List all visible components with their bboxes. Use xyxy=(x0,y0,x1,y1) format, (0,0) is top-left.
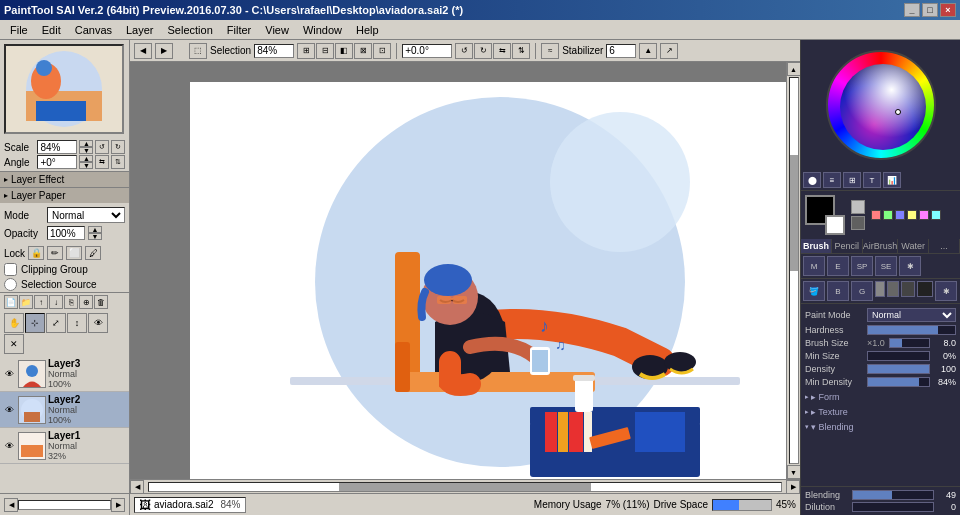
menu-window[interactable]: Window xyxy=(297,22,348,38)
nav-right-btn[interactable]: ▶ xyxy=(155,43,173,59)
layer-folder-btn[interactable]: 📁 xyxy=(19,295,33,309)
rt-circle-btn[interactable]: ⬤ xyxy=(803,172,821,188)
menu-canvas[interactable]: Canvas xyxy=(69,22,118,38)
angle-input[interactable] xyxy=(37,155,77,169)
color-wheel[interactable] xyxy=(826,50,936,160)
min-size-slider[interactable] xyxy=(867,351,930,361)
menu-help[interactable]: Help xyxy=(350,22,385,38)
brush-tab-airbrush[interactable]: AirBrush xyxy=(863,239,899,253)
ct-stab-up[interactable]: ▲ xyxy=(639,43,657,59)
lock-btn3[interactable]: ⬜ xyxy=(66,246,82,260)
flip-v-btn[interactable]: ⇅ xyxy=(111,155,125,169)
layer-delete-btn[interactable]: 🗑 xyxy=(94,295,108,309)
vscroll-down-btn[interactable]: ▼ xyxy=(787,465,801,479)
tool-eye[interactable]: 👁 xyxy=(88,313,108,333)
paint-mode-select[interactable]: Normal xyxy=(867,308,956,322)
ct-btn3[interactable]: ◧ xyxy=(335,43,353,59)
lock-btn1[interactable]: 🔒 xyxy=(28,246,44,260)
form-section[interactable]: ▸ ▸ Form xyxy=(805,392,956,402)
tool-hand[interactable]: ✋ xyxy=(4,313,24,333)
lock-btn4[interactable]: 🖊 xyxy=(85,246,101,260)
vscroll-track[interactable] xyxy=(789,77,799,464)
mode-select[interactable]: Normal xyxy=(47,207,125,223)
menu-view[interactable]: View xyxy=(259,22,295,38)
blending-section[interactable]: ▾ ▾ Blending xyxy=(805,422,956,432)
menu-file[interactable]: File xyxy=(4,22,34,38)
layer-eye-2[interactable]: 👁 xyxy=(2,403,16,417)
dilution-slider[interactable] xyxy=(852,502,934,512)
angle-down-btn[interactable]: ▼ xyxy=(79,162,93,169)
brush-size-2[interactable] xyxy=(887,281,899,297)
rt-chart-btn[interactable]: 📊 xyxy=(883,172,901,188)
layer-item-3[interactable]: 👁 Layer3 Normal100% xyxy=(0,356,129,392)
color-preset-5[interactable] xyxy=(919,210,929,220)
selection-source-radio[interactable] xyxy=(4,278,17,291)
min-density-slider[interactable] xyxy=(867,377,930,387)
brush-icon-binary[interactable]: B xyxy=(827,281,849,301)
brush-size-4[interactable] xyxy=(917,281,933,297)
layer-up-btn[interactable]: ↑ xyxy=(34,295,48,309)
clipping-checkbox[interactable] xyxy=(4,263,17,276)
color-wheel-inner[interactable] xyxy=(840,64,926,150)
hardness-slider[interactable] xyxy=(867,325,956,335)
layer-new-btn[interactable]: 📄 xyxy=(4,295,18,309)
brush-size-1[interactable] xyxy=(875,281,885,297)
brush-icon-marker[interactable]: M xyxy=(803,256,825,276)
brush-icon-gradient[interactable]: G xyxy=(851,281,873,301)
brush-tab-brush[interactable]: Brush xyxy=(801,239,832,253)
pointer-icon[interactable]: ↗ xyxy=(660,43,678,59)
ct-rot2[interactable]: ↻ xyxy=(474,43,492,59)
angle-up-btn[interactable]: ▲ xyxy=(79,155,93,162)
ct-rot1[interactable]: ↺ xyxy=(455,43,473,59)
minimize-button[interactable]: _ xyxy=(904,3,920,17)
hscroll-left-btn[interactable]: ◀ xyxy=(130,480,144,494)
ct-btn1[interactable]: ⊞ xyxy=(297,43,315,59)
ct-flip1[interactable]: ⇆ xyxy=(493,43,511,59)
lock-btn2[interactable]: ✏ xyxy=(47,246,63,260)
menu-edit[interactable]: Edit xyxy=(36,22,67,38)
texture-section[interactable]: ▸ ▸ Texture xyxy=(805,407,956,417)
rt-bars-btn[interactable]: ≡ xyxy=(823,172,841,188)
layer-copy-btn[interactable]: ⎘ xyxy=(64,295,78,309)
brush-extra-icon[interactable]: ✱ xyxy=(935,281,957,301)
layer-item-1[interactable]: 👁 Layer1 Normal32% xyxy=(0,428,129,464)
brush-icon-selers[interactable]: SE xyxy=(875,256,897,276)
left-scroll-right[interactable]: ▶ xyxy=(111,498,125,512)
brush-icon-selpen[interactable]: SP xyxy=(851,256,873,276)
tool-transform[interactable]: ⤢ xyxy=(46,313,66,333)
scale-input[interactable] xyxy=(37,140,77,154)
menu-layer[interactable]: Layer xyxy=(120,22,160,38)
scale-extra-btn1[interactable]: ↺ xyxy=(95,140,109,154)
opacity-up-btn[interactable]: ▲ xyxy=(88,226,102,233)
swatch-extra-1[interactable] xyxy=(851,200,865,214)
nav-left-btn[interactable]: ◀ xyxy=(134,43,152,59)
rotation-input[interactable] xyxy=(402,44,452,58)
layer-eye-3[interactable]: 👁 xyxy=(2,367,16,381)
density-slider[interactable] xyxy=(867,364,930,374)
rt-grid-btn[interactable]: ⊞ xyxy=(843,172,861,188)
hscroll-track[interactable] xyxy=(148,482,782,492)
canvas-drawing-area[interactable]: ♪ ♫ xyxy=(130,62,786,479)
stabilizer-input[interactable] xyxy=(606,44,636,58)
color-preset-2[interactable] xyxy=(883,210,893,220)
opacity-down-btn[interactable]: ▼ xyxy=(88,233,102,240)
brush-tab-water[interactable]: Water xyxy=(898,239,929,253)
color-preset-3[interactable] xyxy=(895,210,905,220)
scale-down-btn[interactable]: ▼ xyxy=(79,147,93,154)
layer-down-btn[interactable]: ↓ xyxy=(49,295,63,309)
swatch-extra-2[interactable] xyxy=(851,216,865,230)
brush-size-3[interactable] xyxy=(901,281,915,297)
selection-icon[interactable]: ⬚ xyxy=(189,43,207,59)
brush-icon-extra[interactable]: ✱ xyxy=(899,256,921,276)
maximize-button[interactable]: □ xyxy=(922,3,938,17)
flip-h-btn[interactable]: ⇆ xyxy=(95,155,109,169)
opacity-input[interactable] xyxy=(47,226,85,240)
layer-merge-btn[interactable]: ⊕ xyxy=(79,295,93,309)
rt-text-btn[interactable]: T xyxy=(863,172,881,188)
color-preset-6[interactable] xyxy=(931,210,941,220)
menu-filter[interactable]: Filter xyxy=(221,22,257,38)
brush-tab-pencil[interactable]: Pencil xyxy=(832,239,863,253)
layer-item-2[interactable]: 👁 Layer2 Normal100% xyxy=(0,392,129,428)
blending-slider[interactable] xyxy=(852,490,934,500)
left-scroll-track[interactable] xyxy=(18,500,111,510)
